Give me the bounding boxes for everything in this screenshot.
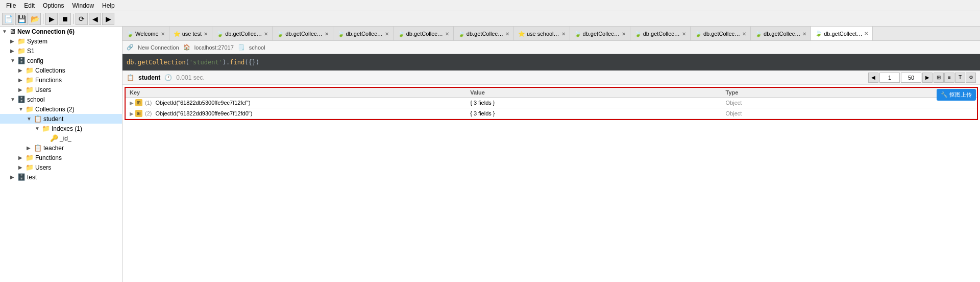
tree-item-school-collections[interactable]: ▼ 📁 Collections (2) [0, 104, 122, 114]
toolbar-open-btn[interactable]: 📂 [29, 13, 41, 25]
pagination-page-input[interactable] [879, 73, 900, 83]
test-db-icon: 🗄️ [17, 173, 26, 181]
conn-name: New Connection [138, 44, 179, 51]
row2-key-value: ObjectId("61822dd9300ffe9ec7f12fd0") [155, 110, 252, 116]
float-upload-icon: 🔧 [941, 91, 948, 98]
tab-use-test-label: use test [182, 31, 202, 37]
view-table-btn[interactable]: ⊞ [934, 73, 944, 83]
row2-expand-arrow[interactable]: ▶ [130, 111, 134, 116]
tree-label-test: test [27, 174, 37, 181]
tab-db2-close[interactable]: ✕ [325, 31, 329, 37]
tab-db4-close[interactable]: ✕ [445, 31, 449, 37]
tab-db1[interactable]: 🍃 db.getCollec… ✕ [212, 27, 273, 41]
toolbar-new-btn[interactable]: 📄 [2, 13, 14, 25]
tab-db6-close[interactable]: ✕ [622, 31, 626, 37]
menu-help[interactable]: Help [98, 1, 119, 10]
tree-item-id[interactable]: 🔑 _id_ [0, 133, 122, 143]
tab-db8-close[interactable]: ✕ [742, 31, 746, 37]
tab-welcome-label: Welcome [135, 31, 159, 37]
tab-db7[interactable]: 🍃 db.getCollec… ✕ [630, 27, 691, 41]
results-area: Key Value Type ▶ ⊞ (1) [122, 85, 980, 282]
tab-db-active-icon: 🍃 [815, 30, 822, 37]
tree-item-school[interactable]: ▼ 🗄️ school [0, 95, 122, 104]
tree-item-system[interactable]: ▶ 📁 System [0, 36, 122, 46]
pagination-prev-btn[interactable]: ◀ [868, 73, 878, 83]
tree-item-indexes[interactable]: ▼ 📁 Indexes (1) [0, 124, 122, 133]
conn-database: school [249, 44, 265, 51]
tree-label-system: System [27, 38, 47, 45]
tab-use-school-close[interactable]: ✕ [561, 31, 566, 37]
tree-item-config[interactable]: ▼ 🗄️ config [0, 56, 122, 65]
toolbar-save-btn[interactable]: 💾 [15, 13, 28, 25]
menu-edit[interactable]: Edit [20, 1, 39, 10]
tab-use-test-close[interactable]: ✕ [204, 31, 208, 37]
tree-item-config-functions[interactable]: ▶ 📁 Functions [0, 75, 122, 85]
tree-item-school-functions[interactable]: ▶ 📁 Functions [0, 153, 122, 162]
tree-item-s1[interactable]: ▶ 📁 S1 [0, 46, 122, 56]
table-row: ▶ ⊞ (1) ObjectId("61822db5300ffe9ec7f12f… [126, 98, 977, 108]
menu-file[interactable]: File [2, 1, 20, 10]
view-custom-btn[interactable]: ⚙ [966, 73, 976, 83]
tree-connection-root[interactable]: ▼ 🖥 New Connection (6) [0, 27, 122, 36]
toolbar-stop-btn[interactable]: ⏹ [59, 13, 71, 25]
tab-db6[interactable]: 🍃 db.getCollec… ✕ [570, 27, 630, 41]
tab-db3-close[interactable]: ✕ [385, 31, 389, 37]
toolbar-forward-btn[interactable]: ▶ [102, 13, 114, 25]
query-text: db.getCollection('student').find({}) [127, 59, 259, 66]
view-tree-btn[interactable]: ≡ [944, 73, 954, 83]
tree-item-config-users[interactable]: ▶ 📁 Users [0, 85, 122, 95]
menu-window[interactable]: Window [68, 1, 98, 10]
tab-db8[interactable]: 🍃 db.getCollec… ✕ [691, 27, 751, 41]
tree-label-config-functions: Functions [35, 77, 62, 84]
tab-db8-label: db.getCollec… [703, 31, 740, 37]
tab-db1-close[interactable]: ✕ [264, 31, 268, 37]
tab-use-school-icon: ⭐ [518, 31, 525, 37]
tab-db9-close[interactable]: ✕ [802, 31, 806, 37]
main-layout: ▼ 🖥 New Connection (6) ▶ 📁 System ▶ 📁 S1… [0, 27, 980, 282]
view-text-btn[interactable]: T [955, 73, 965, 83]
tab-db4[interactable]: 🍃 db.getCollec… ✕ [394, 27, 454, 41]
tab-use-test[interactable]: ⭐ use test ✕ [169, 27, 213, 41]
connection-bar: 🔗 New Connection 🏠 localhost:27017 🗒️ sc… [122, 41, 980, 54]
config-db-icon: 🗄️ [17, 57, 26, 64]
tree-item-config-collections[interactable]: ▶ 📁 Collections [0, 65, 122, 75]
tree-label-student: student [43, 115, 63, 123]
tab-db-active-close[interactable]: ✕ [864, 31, 868, 36]
tab-db8-icon: 🍃 [695, 31, 702, 37]
tab-use-school[interactable]: ⭐ use school… ✕ [514, 27, 570, 41]
tree-arrow-school-functions: ▶ [18, 155, 26, 160]
table-row: ▶ ⊞ (2) ObjectId("61822dd9300ffe9ec7f12f… [126, 108, 977, 119]
results-exec-time: 0.001 sec. [176, 74, 204, 81]
tree-arrow-student: ▼ [27, 116, 34, 122]
tab-welcome-close[interactable]: ✕ [161, 31, 165, 37]
menu-options[interactable]: Options [39, 1, 68, 10]
row2-key-cell: ▶ ⊞ (2) ObjectId("61822dd9300ffe9ec7f12f… [126, 108, 466, 119]
results-highlight-box: Key Value Type ▶ ⊞ (1) [125, 87, 978, 120]
results-collection-icon: 📋 [127, 74, 134, 81]
tab-use-test-icon: ⭐ [174, 31, 181, 37]
tree-item-student[interactable]: ▼ 📋 student [0, 114, 122, 124]
tree-item-teacher[interactable]: ▶ 📋 teacher [0, 143, 122, 153]
tab-db5[interactable]: 🍃 db.getCollec… ✕ [454, 27, 514, 41]
tab-db5-label: db.getCollec… [467, 31, 503, 37]
toolbar-refresh-btn[interactable]: ⟳ [76, 13, 88, 25]
tab-db7-close[interactable]: ✕ [682, 31, 686, 37]
tab-db2[interactable]: 🍃 db.getCollec… ✕ [273, 27, 333, 41]
config-functions-icon: 📁 [26, 76, 34, 84]
tab-db5-close[interactable]: ✕ [505, 31, 509, 37]
row1-obj-icon: ⊞ [135, 99, 142, 106]
tab-db3[interactable]: 🍃 db.getCollec… ✕ [333, 27, 394, 41]
pagination-size-input[interactable] [901, 73, 921, 83]
tab-db-active[interactable]: 🍃 db.getCollect… ✕ [811, 27, 873, 41]
float-upload-btn[interactable]: 🔧 抠图上传 [937, 89, 976, 101]
toolbar-back-btn[interactable]: ◀ [89, 13, 101, 25]
table-header-row: Key Value Type [126, 88, 977, 98]
toolbar-run-btn[interactable]: ▶ [45, 13, 58, 25]
tree-item-test[interactable]: ▶ 🗄️ test [0, 172, 122, 182]
pagination-next-btn[interactable]: ▶ [922, 73, 933, 83]
tree-label-school-users: Users [35, 164, 51, 171]
tree-item-school-users[interactable]: ▶ 📁 Users [0, 162, 122, 172]
tab-db9[interactable]: 🍃 db.getCollec… ✕ [751, 27, 811, 41]
tab-welcome[interactable]: 🍃 Welcome ✕ [122, 27, 169, 41]
row1-expand-arrow[interactable]: ▶ [130, 100, 134, 106]
